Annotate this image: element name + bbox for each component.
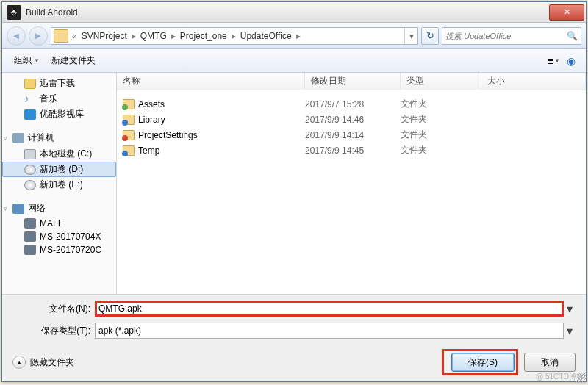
breadcrumb-item[interactable]: Project_one <box>177 31 230 41</box>
hide-folders-toggle[interactable]: ▴ 隐藏文件夹 <box>12 356 74 369</box>
filename-label: 文件名(N): <box>12 303 95 315</box>
file-list: Assets 2017/9/7 15:28 文件夹 Library 2017/9… <box>117 90 586 294</box>
close-button[interactable]: ✕ <box>549 4 584 21</box>
drive-icon <box>24 165 36 175</box>
search-input[interactable] <box>445 32 567 40</box>
filetype-label: 保存类型(T): <box>12 325 95 337</box>
chevron-right-icon: ▸ <box>170 31 177 41</box>
nav-back-button[interactable]: ◄ <box>7 26 26 46</box>
view-options-button[interactable]: ≣ ▼ <box>545 54 562 68</box>
chevron-right-icon: ▸ <box>130 31 137 41</box>
sidebar-group-computer[interactable]: ▿计算机 <box>2 129 116 146</box>
breadcrumb-item[interactable]: QMTG <box>137 31 170 41</box>
filetype-dropdown[interactable]: ▾ <box>564 324 576 338</box>
folder-icon <box>54 29 68 43</box>
search-icon: 🔍 <box>567 31 578 41</box>
folder-icon <box>123 115 135 125</box>
window-controls: ✕ <box>549 4 586 21</box>
host-icon <box>24 245 36 255</box>
file-row[interactable]: Library 2017/9/9 14:46 文件夹 <box>117 112 586 127</box>
file-row[interactable]: Assets 2017/9/7 15:28 文件夹 <box>117 96 586 112</box>
chevron-right-icon: ▸ <box>295 31 302 41</box>
chevron-down-icon: ▿ <box>4 205 7 212</box>
sidebar-item-net-host2[interactable]: MS-20170720C <box>2 243 116 256</box>
drive-icon <box>24 180 36 190</box>
bottom-panel: 文件名(N): ▾ 保存类型(T): ▾ ▴ 隐藏文件夹 保存(S) 取消 <box>2 294 586 381</box>
header-size[interactable]: 大小 <box>481 73 586 90</box>
sidebar-item-drive-c[interactable]: 本地磁盘 (C:) <box>2 146 116 162</box>
breadcrumb-item[interactable]: SVNProject <box>79 31 130 41</box>
help-button[interactable]: ◉ <box>562 54 580 68</box>
content-pane: 名称 修改日期 类型 大小 Assets 2017/9/7 15:28 文件夹 … <box>117 73 586 294</box>
filename-dropdown[interactable]: ▾ <box>564 302 576 316</box>
filetype-select[interactable] <box>95 323 564 339</box>
download-icon <box>24 79 36 89</box>
host-icon <box>24 218 36 229</box>
drive-icon <box>24 149 36 159</box>
breadcrumb[interactable]: « SVNProject ▸ QMTG ▸ Project_one ▸ Upda… <box>51 27 418 45</box>
file-row[interactable]: ProjectSettings 2017/9/9 14:14 文件夹 <box>117 127 586 143</box>
header-date[interactable]: 修改日期 <box>305 73 401 90</box>
video-icon <box>24 109 36 120</box>
nav-forward-button[interactable]: ► <box>29 26 48 46</box>
computer-icon <box>12 133 24 143</box>
breadcrumb-item[interactable]: UpdateOffice <box>237 31 295 41</box>
header-name[interactable]: 名称 <box>117 73 305 90</box>
dialog-body: 迅雷下载 ♪音乐 优酷影视库 ▿计算机 本地磁盘 (C:) 新加卷 (D:) 新… <box>2 73 586 294</box>
search-box[interactable]: 🔍 <box>442 27 581 45</box>
breadcrumb-dropdown[interactable]: ▾ <box>404 28 417 44</box>
chevron-right-icon: ▸ <box>230 31 237 41</box>
file-row[interactable]: Temp 2017/9/9 14:45 文件夹 <box>117 143 586 158</box>
nav-bar: ◄ ► « SVNProject ▸ QMTG ▸ Project_one ▸ … <box>2 23 586 49</box>
sidebar-item-drive-d[interactable]: 新加卷 (D:) <box>2 162 116 177</box>
save-dialog-window: ⬘ Build Android ✕ ◄ ► « SVNProject ▸ QMT… <box>1 1 587 382</box>
chevron-down-icon: ▼ <box>34 57 40 64</box>
filename-input[interactable] <box>95 301 564 317</box>
sidebar-item-net-host1[interactable]: MS-20170704X <box>2 230 116 243</box>
folder-icon <box>123 145 135 156</box>
new-folder-button[interactable]: 新建文件夹 <box>46 52 101 69</box>
header-type[interactable]: 类型 <box>401 73 481 90</box>
host-icon <box>24 231 36 242</box>
sidebar-item-downloads[interactable]: 迅雷下载 <box>2 76 116 91</box>
chevron-right-icon: « <box>71 31 79 41</box>
cancel-button[interactable]: 取消 <box>524 353 576 372</box>
folder-icon <box>123 130 135 140</box>
nav-sidebar: 迅雷下载 ♪音乐 优酷影视库 ▿计算机 本地磁盘 (C:) 新加卷 (D:) 新… <box>2 73 117 294</box>
folder-icon <box>123 99 135 109</box>
titlebar: ⬘ Build Android ✕ <box>2 2 586 23</box>
column-headers: 名称 修改日期 类型 大小 <box>117 73 586 90</box>
sidebar-item-music[interactable]: ♪音乐 <box>2 91 116 107</box>
refresh-button[interactable]: ↻ <box>421 27 439 45</box>
window-title: Build Android <box>26 7 549 18</box>
app-icon: ⬘ <box>7 5 21 20</box>
network-icon <box>12 204 24 214</box>
watermark: @ 51CTO博客 <box>536 372 584 382</box>
sidebar-item-net-mali[interactable]: MALI <box>2 217 116 230</box>
sidebar-item-videos[interactable]: 优酷影视库 <box>2 107 116 122</box>
save-button[interactable]: 保存(S) <box>451 353 514 372</box>
organize-button[interactable]: 组织 ▼ <box>8 52 46 69</box>
toolbar: 组织 ▼ 新建文件夹 ≣ ▼ ◉ <box>2 49 586 73</box>
sidebar-group-network[interactable]: ▿网络 <box>2 200 116 217</box>
save-highlight: 保存(S) <box>442 349 518 375</box>
music-icon: ♪ <box>24 94 36 104</box>
sidebar-item-drive-e[interactable]: 新加卷 (E:) <box>2 177 116 192</box>
chevron-down-icon: ▿ <box>4 134 7 142</box>
chevron-up-icon: ▴ <box>12 356 26 369</box>
